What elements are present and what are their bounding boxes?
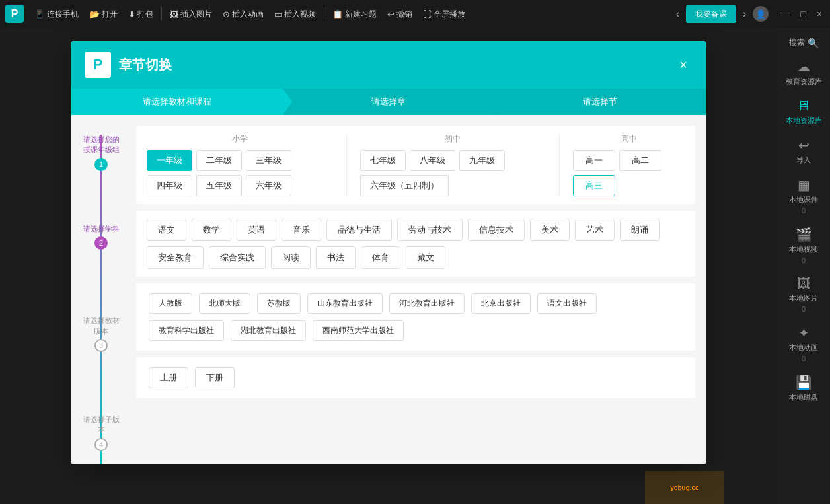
sidebar-item-edu-resource[interactable]: ☁ 教育资源库 (777, 54, 830, 92)
elementary-buttons: 一年级 二年级 三年级 四年级 五年级 六年级 (147, 150, 333, 196)
watermark: ycbug.cc (645, 471, 724, 504)
local-video-count: 0 (802, 256, 806, 264)
main-area: P 章节切换 × 请选择教材和课程 请选择章 请选择节 (0, 28, 830, 504)
toolbar-package[interactable]: ⬇ 打包 (124, 6, 157, 22)
toolbar-insert-image[interactable]: 🖼 插入图片 (166, 6, 216, 22)
subject-btn-labor[interactable]: 劳动与技术 (397, 219, 463, 241)
grade-btn-2[interactable]: 二年级 (196, 150, 242, 171)
user-avatar[interactable]: 👤 (753, 6, 769, 22)
sidebar-search[interactable]: 搜索 🔍 (777, 33, 830, 52)
prepare-btn[interactable]: 我要备课 (686, 5, 736, 23)
toolbar-insert-video[interactable]: ▭ 插入视频 (270, 6, 320, 22)
toolbar: P 📱 连接手机 📂 打开 ⬇ 打包 🖼 插入图片 ⊙ 插入动画 ▭ 插入视频 … (0, 0, 830, 28)
sidebar-item-local-video[interactable]: 🎬 本地视频 0 (777, 221, 830, 270)
subject-btn-chinese[interactable]: 语文 (147, 219, 186, 241)
step-3[interactable]: 请选择节 (494, 89, 706, 115)
pub-btn-beijing[interactable]: 北京出版社 (471, 293, 531, 314)
grade-btn-6-54[interactable]: 六年级（五四制） (360, 175, 449, 196)
label-text-4: 请选择子版本 (83, 415, 120, 435)
pub-btn-yuwen[interactable]: 语文出版社 (537, 293, 597, 314)
subject-btn-it[interactable]: 信息技术 (468, 219, 525, 241)
subject-btn-math[interactable]: 数学 (192, 219, 231, 241)
version-btn-xia[interactable]: 下册 (195, 367, 235, 388)
pub-btn-beishi[interactable]: 北师大版 (199, 293, 250, 314)
subject-section: 语文 数学 英语 音乐 品德与生活 劳动与技术 信息技术 美术 艺术 朗诵 安全 (136, 211, 695, 277)
subject-btn-reading[interactable]: 阅读 (271, 246, 311, 269)
grade-btn-6[interactable]: 六年级 (246, 175, 291, 196)
subject-btn-tibetan[interactable]: 藏文 (406, 246, 445, 269)
edu-resource-label: 教育资源库 (786, 77, 822, 87)
subject-grid: 语文 数学 英语 音乐 品德与生活 劳动与技术 信息技术 美术 艺术 朗诵 安全 (147, 219, 685, 269)
pub-btn-hebei[interactable]: 河北教育出版社 (389, 293, 465, 314)
modal-right-content: 小学 一年级 二年级 三年级 四年级 五年级 六年级 (131, 115, 706, 464)
grade-btn-3[interactable]: 三年级 (246, 150, 291, 171)
modal-overlay: P 章节切换 × 请选择教材和课程 请选择章 请选择节 (0, 28, 777, 504)
pub-btn-xinan[interactable]: 西南师范大学出版社 (313, 320, 404, 341)
elementary-label: 小学 (147, 133, 333, 145)
subject-btn-arts[interactable]: 艺术 (575, 219, 615, 241)
sidebar-item-local-animation[interactable]: ✦ 本地动画 0 (777, 320, 830, 368)
local-courseware-label: 本地课件 (789, 195, 818, 205)
grade-btn-8[interactable]: 八年级 (410, 150, 455, 171)
open-icon: 📂 (89, 9, 100, 19)
close-btn[interactable]: × (814, 9, 825, 19)
insert-image-icon: 🖼 (170, 9, 178, 19)
sidebar-item-local-disk[interactable]: 💾 本地磁盘 (777, 369, 830, 408)
grade-section: 小学 一年级 二年级 三年级 四年级 五年级 六年级 (136, 126, 695, 204)
grade-group: 小学 一年级 二年级 三年级 四年级 五年级 六年级 (147, 133, 685, 196)
grade-btn-high2[interactable]: 高二 (619, 150, 661, 171)
subject-btn-art[interactable]: 美术 (530, 219, 570, 241)
steps-bar: 请选择教材和课程 请选择章 请选择节 (71, 89, 706, 115)
subject-btn-recitation[interactable]: 朗诵 (620, 219, 660, 241)
toolbar-insert-animation[interactable]: ⊙ 插入动画 (219, 6, 268, 22)
nav-prev-btn[interactable]: ‹ (673, 7, 682, 21)
maximize-btn[interactable]: □ (798, 9, 808, 19)
grade-btn-5[interactable]: 五年级 (196, 175, 242, 196)
grade-btn-9[interactable]: 九年级 (459, 150, 505, 171)
subject-btn-safety[interactable]: 安全教育 (147, 246, 204, 269)
divider-v2 (559, 133, 560, 196)
toolbar-undo[interactable]: ↩ 撤销 (383, 6, 416, 22)
edu-resource-icon: ☁ (797, 59, 810, 75)
pub-btn-shandong[interactable]: 山东教育出版社 (307, 293, 383, 314)
sidebar-item-import[interactable]: ↩ 导入 (777, 132, 830, 170)
local-image-icon: 🖼 (797, 276, 810, 291)
chapter-switch-modal: P 章节切换 × 请选择教材和课程 请选择章 请选择节 (71, 41, 706, 464)
toolbar-open[interactable]: 📂 打开 (85, 6, 122, 22)
sidebar-item-local-resource[interactable]: 🖥 本地资源库 (777, 93, 830, 131)
toolbar-connect[interactable]: 📱 连接手机 (30, 6, 83, 22)
local-courseware-count: 0 (802, 207, 806, 215)
minimize-btn[interactable]: — (778, 9, 792, 19)
subject-btn-practice[interactable]: 综合实践 (209, 246, 266, 269)
subject-btn-calligraphy[interactable]: 书法 (316, 246, 356, 269)
subject-btn-pe[interactable]: 体育 (361, 246, 400, 269)
new-exercise-icon: 📋 (332, 9, 343, 19)
local-resource-label: 本地资源库 (786, 116, 822, 126)
pub-btn-hubei[interactable]: 湖北教育出版社 (231, 320, 306, 341)
pub-btn-su[interactable]: 苏教版 (257, 293, 301, 314)
version-btn-shang[interactable]: 上册 (149, 367, 188, 388)
toolbar-fullscreen[interactable]: ⛶ 全屏播放 (419, 6, 469, 22)
grade-btn-high1[interactable]: 高一 (573, 150, 615, 171)
connect-icon: 📱 (34, 9, 45, 19)
step-2[interactable]: 请选择章 (283, 89, 494, 115)
grade-btn-7[interactable]: 七年级 (360, 150, 406, 171)
local-courseware-icon: ▦ (798, 177, 810, 193)
modal-close-btn[interactable]: × (674, 55, 693, 75)
elementary-group: 小学 一年级 二年级 三年级 四年级 五年级 六年级 (147, 133, 333, 196)
grade-btn-1[interactable]: 一年级 (147, 150, 192, 171)
nav-next-btn[interactable]: › (740, 7, 749, 21)
pub-btn-jiaoyu[interactable]: 教育科学出版社 (149, 320, 224, 341)
subject-btn-music[interactable]: 音乐 (282, 219, 321, 241)
step-1[interactable]: 请选择教材和课程 (71, 89, 283, 115)
grade-btn-4[interactable]: 四年级 (147, 175, 192, 196)
pub-btn-ren[interactable]: 人教版 (149, 293, 192, 314)
subject-btn-english[interactable]: 英语 (237, 219, 276, 241)
grade-btn-high3[interactable]: 高三 (573, 175, 615, 196)
sidebar-item-local-image[interactable]: 🖼 本地图片 0 (777, 271, 830, 318)
sidebar-item-local-courseware[interactable]: ▦ 本地课件 0 (777, 172, 830, 220)
subject-btn-morality[interactable]: 品德与生活 (326, 219, 392, 241)
version-section: 上册 下册 (136, 357, 695, 398)
toolbar-new-exercise[interactable]: 📋 新建习题 (328, 6, 381, 22)
modal-body: 请选择您的授课年级组 1 请选择学科 2 (71, 115, 706, 464)
